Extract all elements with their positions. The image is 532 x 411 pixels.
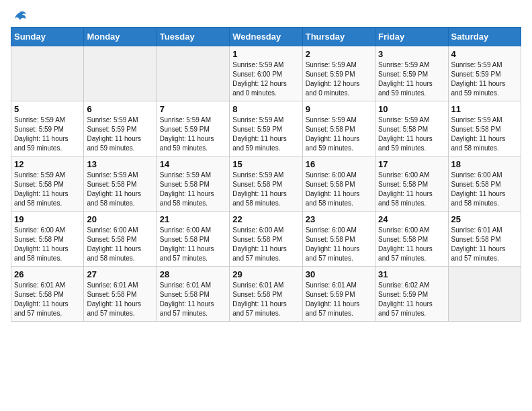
day-info: Sunrise: 5:59 AM Sunset: 5:59 PM Dayligh… xyxy=(160,116,226,153)
day-info: Sunrise: 6:00 AM Sunset: 5:58 PM Dayligh… xyxy=(87,226,153,263)
day-number: 7 xyxy=(160,104,226,114)
calendar-cell: 14Sunrise: 5:59 AM Sunset: 5:58 PM Dayli… xyxy=(157,156,229,212)
calendar-cell: 9Sunrise: 5:59 AM Sunset: 5:58 PM Daylig… xyxy=(302,101,375,156)
calendar-cell: 11Sunrise: 5:59 AM Sunset: 5:58 PM Dayli… xyxy=(448,101,521,156)
day-number: 19 xyxy=(14,214,81,224)
day-info: Sunrise: 6:00 AM Sunset: 5:58 PM Dayligh… xyxy=(306,171,372,208)
calendar-cell: 26Sunrise: 6:01 AM Sunset: 5:58 PM Dayli… xyxy=(11,267,84,322)
day-number: 3 xyxy=(378,49,445,59)
calendar-cell: 15Sunrise: 5:59 AM Sunset: 5:58 PM Dayli… xyxy=(230,156,302,212)
calendar-cell xyxy=(157,46,229,101)
day-number: 18 xyxy=(451,159,518,169)
day-info: Sunrise: 6:00 AM Sunset: 5:58 PM Dayligh… xyxy=(232,226,299,263)
day-number: 8 xyxy=(232,104,299,114)
day-info: Sunrise: 5:59 AM Sunset: 5:59 PM Dayligh… xyxy=(232,116,299,153)
calendar-cell: 6Sunrise: 5:59 AM Sunset: 5:59 PM Daylig… xyxy=(84,101,157,156)
calendar-cell: 19Sunrise: 6:00 AM Sunset: 5:58 PM Dayli… xyxy=(11,212,84,267)
page-header xyxy=(11,11,521,20)
day-info: Sunrise: 5:59 AM Sunset: 5:58 PM Dayligh… xyxy=(160,171,226,208)
day-info: Sunrise: 6:01 AM Sunset: 5:58 PM Dayligh… xyxy=(87,281,153,318)
day-info: Sunrise: 6:01 AM Sunset: 5:58 PM Dayligh… xyxy=(14,281,81,318)
day-info: Sunrise: 5:59 AM Sunset: 5:59 PM Dayligh… xyxy=(451,60,518,98)
day-number: 27 xyxy=(87,269,153,279)
calendar-cell: 30Sunrise: 6:01 AM Sunset: 5:59 PM Dayli… xyxy=(302,267,375,322)
day-info: Sunrise: 6:01 AM Sunset: 5:58 PM Dayligh… xyxy=(160,281,226,318)
day-number: 1 xyxy=(232,49,299,59)
day-info: Sunrise: 5:59 AM Sunset: 5:59 PM Dayligh… xyxy=(306,60,372,98)
calendar-cell: 24Sunrise: 6:00 AM Sunset: 5:58 PM Dayli… xyxy=(375,212,448,267)
day-info: Sunrise: 5:59 AM Sunset: 5:59 PM Dayligh… xyxy=(14,116,81,153)
calendar-cell: 27Sunrise: 6:01 AM Sunset: 5:58 PM Dayli… xyxy=(84,267,157,322)
calendar-cell: 8Sunrise: 5:59 AM Sunset: 5:59 PM Daylig… xyxy=(230,101,302,156)
day-info: Sunrise: 6:01 AM Sunset: 5:58 PM Dayligh… xyxy=(451,226,518,263)
calendar-cell: 17Sunrise: 6:00 AM Sunset: 5:58 PM Dayli… xyxy=(375,156,448,212)
calendar-cell: 7Sunrise: 5:59 AM Sunset: 5:59 PM Daylig… xyxy=(157,101,229,156)
day-number: 15 xyxy=(232,159,299,169)
calendar-cell: 2Sunrise: 5:59 AM Sunset: 5:59 PM Daylig… xyxy=(302,46,375,101)
calendar-week-row: 5Sunrise: 5:59 AM Sunset: 5:59 PM Daylig… xyxy=(11,101,521,156)
day-info: Sunrise: 6:02 AM Sunset: 5:59 PM Dayligh… xyxy=(378,281,445,318)
day-info: Sunrise: 5:59 AM Sunset: 5:58 PM Dayligh… xyxy=(378,116,445,153)
header-sunday: Sunday xyxy=(11,28,84,46)
header-saturday: Saturday xyxy=(448,28,521,46)
day-number: 24 xyxy=(378,214,445,224)
header-tuesday: Tuesday xyxy=(157,28,229,46)
calendar-cell: 25Sunrise: 6:01 AM Sunset: 5:58 PM Dayli… xyxy=(448,212,521,267)
calendar-cell: 18Sunrise: 6:00 AM Sunset: 5:58 PM Dayli… xyxy=(448,156,521,212)
calendar-cell: 10Sunrise: 5:59 AM Sunset: 5:58 PM Dayli… xyxy=(375,101,448,156)
day-number: 6 xyxy=(87,104,153,114)
logo xyxy=(11,11,27,20)
day-info: Sunrise: 6:00 AM Sunset: 5:58 PM Dayligh… xyxy=(306,226,372,263)
calendar-cell: 23Sunrise: 6:00 AM Sunset: 5:58 PM Dayli… xyxy=(302,212,375,267)
day-info: Sunrise: 6:00 AM Sunset: 5:58 PM Dayligh… xyxy=(160,226,226,263)
day-number: 30 xyxy=(306,269,372,279)
calendar-cell: 21Sunrise: 6:00 AM Sunset: 5:58 PM Dayli… xyxy=(157,212,229,267)
day-info: Sunrise: 5:59 AM Sunset: 5:58 PM Dayligh… xyxy=(14,171,81,208)
calendar-cell: 31Sunrise: 6:02 AM Sunset: 5:59 PM Dayli… xyxy=(375,267,448,322)
day-info: Sunrise: 6:01 AM Sunset: 5:59 PM Dayligh… xyxy=(306,281,372,318)
logo-bird-icon xyxy=(12,11,27,23)
header-thursday: Thursday xyxy=(302,28,375,46)
calendar-header-row: SundayMondayTuesdayWednesdayThursdayFrid… xyxy=(11,28,521,46)
day-number: 26 xyxy=(14,269,81,279)
day-info: Sunrise: 5:59 AM Sunset: 5:58 PM Dayligh… xyxy=(306,116,372,153)
day-number: 31 xyxy=(378,269,445,279)
calendar-cell xyxy=(84,46,157,101)
calendar-cell: 20Sunrise: 6:00 AM Sunset: 5:58 PM Dayli… xyxy=(84,212,157,267)
day-number: 2 xyxy=(306,49,372,59)
day-info: Sunrise: 6:00 AM Sunset: 5:58 PM Dayligh… xyxy=(14,226,81,263)
day-number: 21 xyxy=(160,214,226,224)
header-friday: Friday xyxy=(375,28,448,46)
calendar-week-row: 1Sunrise: 5:59 AM Sunset: 6:00 PM Daylig… xyxy=(11,46,521,101)
calendar-cell: 13Sunrise: 5:59 AM Sunset: 5:58 PM Dayli… xyxy=(84,156,157,212)
day-number: 25 xyxy=(451,214,518,224)
calendar-week-row: 26Sunrise: 6:01 AM Sunset: 5:58 PM Dayli… xyxy=(11,267,521,322)
calendar-cell xyxy=(448,267,521,322)
header-monday: Monday xyxy=(84,28,157,46)
day-number: 4 xyxy=(451,49,518,59)
day-number: 10 xyxy=(378,104,445,114)
calendar-cell xyxy=(11,46,84,101)
calendar-cell: 4Sunrise: 5:59 AM Sunset: 5:59 PM Daylig… xyxy=(448,46,521,101)
day-number: 13 xyxy=(87,159,153,169)
day-info: Sunrise: 5:59 AM Sunset: 6:00 PM Dayligh… xyxy=(232,60,299,98)
day-number: 29 xyxy=(232,269,299,279)
day-number: 5 xyxy=(14,104,81,114)
day-info: Sunrise: 5:59 AM Sunset: 5:59 PM Dayligh… xyxy=(87,116,153,153)
day-info: Sunrise: 5:59 AM Sunset: 5:58 PM Dayligh… xyxy=(232,171,299,208)
calendar-week-row: 12Sunrise: 5:59 AM Sunset: 5:58 PM Dayli… xyxy=(11,156,521,212)
day-number: 28 xyxy=(160,269,226,279)
day-number: 22 xyxy=(232,214,299,224)
day-number: 17 xyxy=(378,159,445,169)
day-number: 20 xyxy=(87,214,153,224)
day-info: Sunrise: 5:59 AM Sunset: 5:58 PM Dayligh… xyxy=(451,116,518,153)
day-info: Sunrise: 6:00 AM Sunset: 5:58 PM Dayligh… xyxy=(378,171,445,208)
calendar-week-row: 19Sunrise: 6:00 AM Sunset: 5:58 PM Dayli… xyxy=(11,212,521,267)
day-info: Sunrise: 5:59 AM Sunset: 5:58 PM Dayligh… xyxy=(87,171,153,208)
day-number: 9 xyxy=(306,104,372,114)
calendar-cell: 12Sunrise: 5:59 AM Sunset: 5:58 PM Dayli… xyxy=(11,156,84,212)
day-info: Sunrise: 6:01 AM Sunset: 5:58 PM Dayligh… xyxy=(232,281,299,318)
calendar-cell: 22Sunrise: 6:00 AM Sunset: 5:58 PM Dayli… xyxy=(230,212,302,267)
calendar-table: SundayMondayTuesdayWednesdayThursdayFrid… xyxy=(11,27,521,322)
day-number: 12 xyxy=(14,159,81,169)
